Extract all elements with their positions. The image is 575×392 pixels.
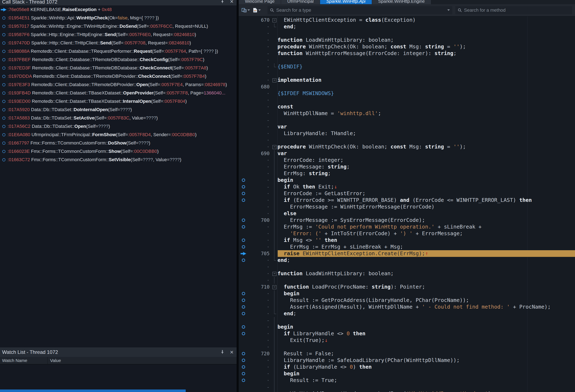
executable-line-dot-icon[interactable] bbox=[239, 258, 248, 262]
watchlist-body[interactable] bbox=[0, 365, 237, 392]
code-line[interactable]: 680 bbox=[239, 83, 575, 90]
code-line[interactable]: · ErrorCode: integer; bbox=[239, 157, 575, 163]
code-line[interactable]: ·{$IFDEF MSWINDOWS} bbox=[239, 90, 575, 97]
pin-icon[interactable] bbox=[220, 0, 224, 4]
tab-sparkle-winhttp-api[interactable]: Sparkle.WinHttp.Api bbox=[320, 0, 372, 4]
executable-line-dot-icon[interactable] bbox=[239, 365, 248, 369]
code-line-current[interactable]: 705 raise EWinHttpClientException.Create… bbox=[239, 250, 575, 257]
code-line[interactable]: · ErrMsg: string; bbox=[239, 170, 575, 177]
callstack-frame[interactable]: :017A5920 Data::Db::TDataSet::DoInternal… bbox=[0, 106, 237, 114]
executable-line-dot-icon[interactable] bbox=[239, 325, 248, 329]
code-line[interactable]: ·implementation bbox=[239, 77, 575, 83]
code-line[interactable]: - if Ok then Exit;↓ bbox=[239, 184, 575, 190]
executable-line-dot-icon[interactable] bbox=[239, 359, 248, 362]
code-line[interactable]: · end; bbox=[239, 310, 575, 317]
value-column-header[interactable]: Value bbox=[48, 358, 61, 363]
callstack-frame[interactable]: :017A5883 Data::Db::TDataSet::SetActive(… bbox=[0, 114, 237, 122]
executable-line-dot-icon[interactable] bbox=[239, 312, 248, 315]
callstack-frame[interactable]: :0197E3F3 Remotedb::Client::Database::TR… bbox=[0, 80, 237, 89]
callstack-frame[interactable]: :76e056e8 KERNELBASE.RaiseException + 0x… bbox=[0, 5, 237, 14]
code-line[interactable]: · begin bbox=[239, 290, 575, 297]
code-line[interactable]: · 'Error: (' + IntToStr(ErrorCode) + ') … bbox=[239, 230, 575, 237]
executable-line-dot-icon[interactable] bbox=[239, 379, 248, 382]
type-search-input[interactable] bbox=[276, 7, 445, 13]
code-line[interactable]: · bbox=[239, 264, 575, 270]
chevron-down-icon[interactable] bbox=[447, 9, 450, 11]
panel-splitter[interactable] bbox=[237, 0, 239, 392]
code-line[interactable]: ·end; bbox=[239, 257, 575, 264]
code-line[interactable]: - bbox=[239, 384, 575, 390]
executable-line-dot-icon[interactable] bbox=[239, 292, 248, 295]
executable-line-dot-icon[interactable] bbox=[239, 179, 248, 182]
watchlist-selected-row[interactable] bbox=[0, 390, 186, 392]
watch-name-column-header[interactable]: Watch Name bbox=[0, 357, 48, 364]
code-line[interactable]: · Exit(True);↓ bbox=[239, 337, 575, 344]
executable-line-dot-icon[interactable] bbox=[239, 199, 248, 202]
code-line[interactable]: · WinHttpAddRequestHeaders := LoadProc('… bbox=[239, 390, 575, 392]
callstack-frame[interactable]: :0166023E Fmx::Forms::TCommonCustomForm:… bbox=[0, 147, 237, 156]
code-line[interactable]: · bbox=[239, 137, 575, 143]
code-line[interactable]: - bbox=[239, 117, 575, 123]
code-line[interactable]: · Result := GetProcAddress(LibraryHandle… bbox=[239, 297, 575, 304]
pin-icon[interactable] bbox=[220, 350, 224, 355]
code-line[interactable]: ·begin bbox=[239, 177, 575, 184]
code-line[interactable]: ·begin bbox=[239, 323, 575, 330]
code-line[interactable]: ·procedure WinHttpCheck(Ok: boolean; con… bbox=[239, 43, 575, 50]
executable-line-dot-icon[interactable] bbox=[239, 192, 248, 195]
method-search-input[interactable] bbox=[464, 7, 570, 13]
executable-line-dot-icon[interactable] bbox=[239, 372, 248, 375]
close-icon[interactable]: ✕ bbox=[230, 0, 234, 4]
executable-line-dot-icon[interactable] bbox=[239, 225, 248, 229]
code-line[interactable]: · LibraryHandle := SafeLoadLibrary(PChar… bbox=[239, 357, 575, 364]
code-line[interactable]: ·const bbox=[239, 103, 575, 110]
code-line[interactable]: · if Msg <> '' then bbox=[239, 237, 575, 244]
code-line[interactable]: · Result := True; bbox=[239, 377, 575, 384]
code-area[interactable]: 670 EWinHttpClientException = class(Exce… bbox=[239, 16, 575, 392]
code-line[interactable]: 690var bbox=[239, 150, 575, 157]
callstack-frame[interactable]: :0193ED00 Remotedb::Client::Dataset::TBa… bbox=[0, 97, 237, 106]
code-line[interactable]: · bbox=[239, 97, 575, 103]
code-line[interactable]: · ErrorMessage: string; bbox=[239, 163, 575, 170]
executable-line-dot-icon[interactable] bbox=[239, 299, 248, 302]
code-line[interactable]: ·function LoadWinHttpLibrary: boolean; bbox=[239, 270, 575, 277]
code-line[interactable]: · end; bbox=[239, 23, 575, 30]
code-line[interactable]: · if LibraryHandle <> 0 then bbox=[239, 330, 575, 337]
code-line[interactable]: 720 Result := False; bbox=[239, 350, 575, 357]
executable-line-dot-icon[interactable] bbox=[239, 219, 248, 222]
callstack-frame[interactable]: :0197470D Sparkle::Http::Client::THttpCl… bbox=[0, 39, 237, 47]
code-line[interactable]: · else bbox=[239, 210, 575, 217]
tab-welcome-page[interactable]: Welcome Page bbox=[239, 0, 281, 4]
unit-file-button[interactable] bbox=[253, 8, 261, 13]
executable-line-dot-icon[interactable] bbox=[239, 332, 248, 335]
code-line[interactable]: · if (LibraryHandle <> 0) then bbox=[239, 364, 575, 370]
code-line[interactable]: · bbox=[239, 30, 575, 37]
callstack-frame[interactable]: :019587F6 Sparkle::Http::Engine::THttpEn… bbox=[0, 30, 237, 39]
executable-line-dot-icon[interactable] bbox=[239, 185, 248, 188]
callstack-frame[interactable]: :0198088A Remotedb::Client::Database::TR… bbox=[0, 47, 237, 55]
callstack-frame[interactable]: :0197DDDA Remotedb::Client::Database::TR… bbox=[0, 72, 237, 80]
fold-collapse-icon[interactable] bbox=[271, 284, 278, 290]
code-line[interactable]: · Assert(Assigned(Result), WinHttpDllNam… bbox=[239, 304, 575, 310]
fold-collapse-icon[interactable] bbox=[271, 77, 278, 83]
code-line[interactable]: · ErrMsg := 'Could not perform WinHttp o… bbox=[239, 224, 575, 230]
close-icon[interactable]: ✕ bbox=[230, 350, 234, 355]
code-line[interactable]: · bbox=[239, 57, 575, 63]
tab-ufrmprincipal[interactable]: UfrmPrincipal bbox=[281, 0, 320, 4]
fold-collapse-icon[interactable] bbox=[271, 17, 278, 23]
code-line[interactable]: · ErrorMessage := WinHttpErrorMessage(Er… bbox=[239, 204, 575, 210]
callstack-frame[interactable]: :01E6A080 Ufrmprincipal::TFrmPrincipal::… bbox=[0, 131, 237, 139]
callstack-frame[interactable]: :017A56C2 Data::Db::TDataSet::Open(Self=… bbox=[0, 122, 237, 131]
code-line[interactable]: 710 function LoadProc(ProcName: string):… bbox=[239, 284, 575, 290]
executable-line-dot-icon[interactable] bbox=[239, 305, 248, 309]
callstack-frame[interactable]: :01663C72 Fmx::Forms::TCommonCustomForm:… bbox=[0, 156, 237, 164]
code-line[interactable]: ·{$ENDIF} bbox=[239, 63, 575, 70]
code-line[interactable]: 700 ErrorMessage := SysErrorMessage(Erro… bbox=[239, 217, 575, 224]
code-line[interactable]: · bbox=[239, 344, 575, 350]
callstack-frame[interactable]: :01954E51 Sparkle::Winhttp::Api::WinHttp… bbox=[0, 14, 237, 22]
code-line[interactable]: - bbox=[239, 317, 575, 323]
code-line[interactable]: 670 EWinHttpClientException = class(Exce… bbox=[239, 17, 575, 23]
executable-line-dot-icon[interactable] bbox=[239, 245, 248, 249]
callstack-frame[interactable]: :0193FB4D Remotedb::Client::Dataset::TBa… bbox=[0, 89, 237, 97]
code-line[interactable]: · WinHttpDllName = 'winhttp.dll'; bbox=[239, 110, 575, 117]
code-line[interactable]: · ErrMsg := ErrMsg + sLineBreak + Msg; bbox=[239, 244, 575, 250]
